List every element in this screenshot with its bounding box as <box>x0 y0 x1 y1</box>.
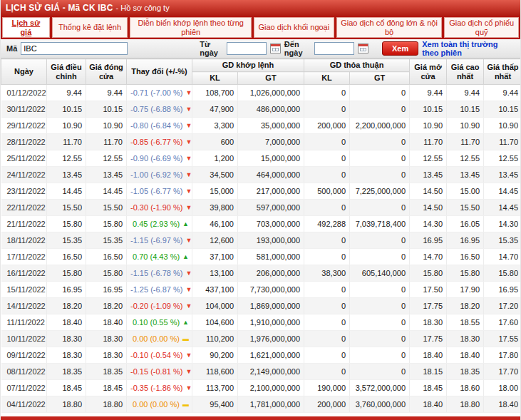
cell-date: 16/11/2022 <box>1 265 47 282</box>
whole-market-link[interactable]: Xem toàn thị trường theo phiên <box>422 40 510 57</box>
cell-matched-value: 7,730,000,000 <box>238 282 304 298</box>
price-history-page: LỊCH SỬ GIÁ - Mã CK IBC - Hồ sơ công ty … <box>0 0 521 420</box>
to-date-input[interactable] <box>314 42 354 55</box>
cell-open-price: 14.70 <box>410 249 447 265</box>
tab-insider-trading[interactable]: Giao dịch cổ đông lớn & nội bộ <box>336 17 443 38</box>
cell-adjusted-price: 16.95 <box>47 282 86 298</box>
cell-change: 0.45 (2.93 %)▲ <box>127 216 192 232</box>
cell-close-price: 15.35 <box>86 232 127 249</box>
view-button[interactable]: Xem <box>382 41 418 56</box>
cell-matched-volume: 104,000 <box>192 298 238 314</box>
cell-date: 08/11/2022 <box>1 364 47 380</box>
down-arrow-icon: ▼ <box>185 286 192 293</box>
cell-low-price: 17.70 <box>484 364 520 380</box>
cell-adjusted-price: 16.50 <box>47 249 86 265</box>
cell-high-price: 9.44 <box>447 85 484 101</box>
cell-adjusted-price: 9.44 <box>47 85 86 101</box>
calendar-icon[interactable] <box>270 43 281 53</box>
cell-date: 10/11/2022 <box>1 331 47 347</box>
cell-high-price: 16.05 <box>447 216 484 232</box>
tab-price-history[interactable]: Lịch sử giá <box>2 17 50 38</box>
cell-putthrough-value: 3,572,000,000 <box>350 380 410 396</box>
cell-putthrough-value: 3,760,000,000 <box>350 396 410 413</box>
tab-order-statistics[interactable]: Thống kê đặt lệnh <box>52 17 128 38</box>
cell-high-price: 18.30 <box>447 331 484 347</box>
cell-adjusted-price: 15.35 <box>47 232 86 249</box>
tab-matched-orders-by-session[interactable]: Diễn biến khớp lệnh theo từng phiên <box>130 17 252 38</box>
tab-label: Diễn biến khớp lệnh theo từng phiên <box>133 19 248 36</box>
cell-open-price: 9.44 <box>410 85 447 101</box>
cell-close-price: 10.15 <box>86 101 127 118</box>
down-arrow-icon: ▼ <box>185 237 192 244</box>
cell-low-price: 15.80 <box>484 265 520 282</box>
change-value: -0.35 (-1.86 %) <box>130 384 182 392</box>
cell-high-price: 15.50 <box>447 200 484 216</box>
cell-low-price: 13.45 <box>484 167 520 183</box>
table-row: 07/11/202218.4518.45-0.35 (-1.86 %)▼113,… <box>1 380 521 396</box>
cell-matched-volume: 46,100 <box>192 216 238 232</box>
cell-date: 04/11/2022 <box>1 396 47 413</box>
col-header-adjusted: Giá điều chỉnh <box>47 59 86 85</box>
cell-change: -0.90 (-6.69 %)▼ <box>127 150 192 167</box>
cell-change: -0.80 (-6.84 %)▼ <box>127 118 192 134</box>
tab-label: Giao dịch cổ đông lớn & nội bộ <box>340 19 439 36</box>
tab-treasury-shares[interactable]: Giao dịch cổ phiếu quỹ <box>444 17 519 38</box>
cell-change: -1.00 (-6.92 %)▼ <box>127 167 192 183</box>
table-row: 18/11/202215.3515.35-1.15 (-6.97 %)▼12,6… <box>1 232 521 249</box>
cell-adjusted-price: 15.50 <box>47 200 86 216</box>
cell-putthrough-volume: 0 <box>304 85 350 101</box>
cell-matched-volume: 108,700 <box>192 85 238 101</box>
down-arrow-icon: ▼ <box>185 188 192 195</box>
cell-putthrough-volume: 0 <box>304 298 350 314</box>
cell-putthrough-value: 0 <box>350 101 410 118</box>
cell-matched-value: 703,000,000 <box>238 216 304 232</box>
cell-change: -0.10 (-0.54 %)▼ <box>127 347 192 364</box>
col-header-putthrough-value: GT <box>350 72 410 85</box>
symbol-input[interactable] <box>21 42 128 55</box>
table-row: 11/11/202218.4018.400.10 (0.55 %)▲104,60… <box>1 314 521 331</box>
cell-high-price: 18.20 <box>447 298 484 314</box>
cell-high-price: 16.95 <box>447 232 484 249</box>
col-header-change: Thay đổi (+/-%) <box>127 59 192 85</box>
cell-close-price: 15.50 <box>86 200 127 216</box>
cell-adjusted-price: 18.35 <box>47 364 86 380</box>
down-arrow-icon: ▼ <box>185 302 192 309</box>
cell-putthrough-value: 0 <box>350 314 410 331</box>
cell-putthrough-volume: 190,000 <box>304 380 350 396</box>
cell-close-price: 10.90 <box>86 118 127 134</box>
cell-putthrough-value: 0 <box>350 150 410 167</box>
table-header: Ngày Giá điều chỉnh Giá đóng cửa Thay đổ… <box>1 59 521 85</box>
cell-open-price: 10.90 <box>410 118 447 134</box>
table-row: 25/11/202212.5512.55-0.90 (-6.69 %)▼1,20… <box>1 150 521 167</box>
table-row: 10/11/202218.3018.300.00 (0.00 %)▬110,20… <box>1 331 521 347</box>
tab-foreign-trading[interactable]: Giao dịch khối ngoại <box>254 17 334 38</box>
cell-low-price: 9.44 <box>484 85 520 101</box>
col-header-open: Giá mở cửa <box>410 59 447 85</box>
table-row: 14/11/202218.2018.20-0.20 (-1.09 %)▼104,… <box>1 298 521 314</box>
change-value: -0.90 (-6.69 %) <box>130 154 182 163</box>
cell-change: -0.85 (-6.77 %)▼ <box>127 134 192 150</box>
table-row: 28/11/202211.7011.70-0.85 (-6.77 %)▼6007… <box>1 134 521 150</box>
cell-date: 30/11/2022 <box>1 101 47 118</box>
cell-putthrough-value: 0 <box>350 200 410 216</box>
cell-low-price: 18.40 <box>484 396 520 413</box>
cell-adjusted-price: 10.15 <box>47 101 86 118</box>
cell-putthrough-volume: 0 <box>304 167 350 183</box>
table-row: 23/11/202214.4514.45-1.05 (-6.77 %)▼15,0… <box>1 183 521 200</box>
tab-label: Lịch sử giá <box>6 19 46 36</box>
change-value: -0.80 (-6.84 %) <box>130 121 182 130</box>
cell-close-price: 18.40 <box>86 314 127 331</box>
calendar-icon[interactable] <box>358 43 368 53</box>
tab-bar: Lịch sử giá Thống kê đặt lệnh Diễn biến … <box>1 16 520 39</box>
cell-matched-value: 1,910,000,000 <box>238 314 304 331</box>
cell-high-price: 13.45 <box>447 167 484 183</box>
cell-close-price: 18.45 <box>86 380 127 396</box>
price-history-table: Ngày Giá điều chỉnh Giá đóng cửa Thay đổ… <box>1 58 520 413</box>
cell-date: 24/11/2022 <box>1 167 47 183</box>
cell-date: 07/11/2022 <box>1 380 47 396</box>
from-date-input[interactable] <box>227 42 267 55</box>
change-value: -0.30 (-1.90 %) <box>130 203 182 212</box>
cell-change: -1.05 (-6.77 %)▼ <box>127 183 192 200</box>
cell-putthrough-volume: 0 <box>304 134 350 150</box>
tab-label: Giao dịch khối ngoại <box>259 23 330 31</box>
